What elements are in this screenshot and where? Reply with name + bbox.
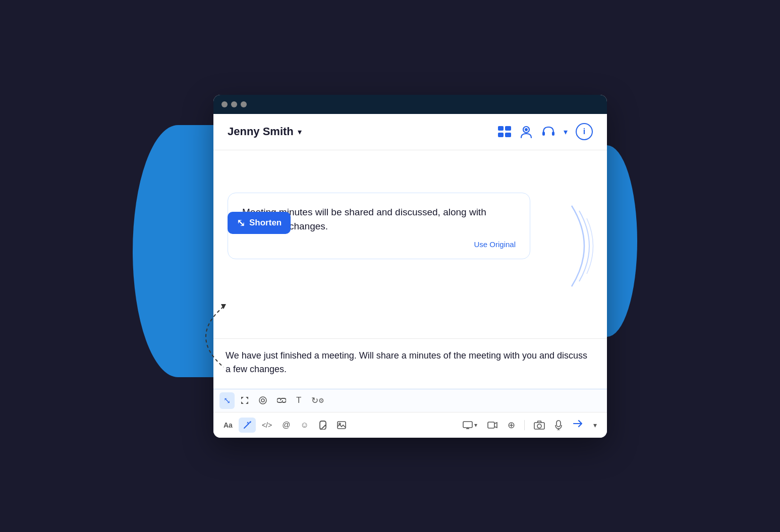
svg-rect-18 [488,422,494,428]
shorten-button[interactable]: ⤡ Shorten [228,212,291,234]
svg-rect-21 [556,421,561,427]
chat-body: ⤡ Shorten Meeting minutes will be shared… [213,150,607,338]
message-container: ⤡ Shorten Meeting minutes will be shared… [228,193,593,259]
image-btn[interactable] [333,418,350,432]
header-icons: ▾ i [498,123,593,140]
expand-icon-btn[interactable] [237,393,253,407]
badge-icon-btn[interactable] [255,393,271,407]
traffic-lights [221,101,247,107]
svg-point-20 [537,424,541,428]
use-original-link[interactable]: Use Original [242,240,516,249]
info-icon[interactable]: i [576,123,593,140]
camera-btn[interactable] [530,418,549,433]
svg-rect-8 [552,132,554,136]
svg-rect-1 [498,126,504,131]
send-btn[interactable] [568,417,587,434]
compress-icon-btn[interactable]: ⤡ [219,392,235,409]
svg-rect-4 [505,133,511,137]
traffic-light-minimize [231,101,237,107]
headset-chevron-icon[interactable]: ▾ [564,127,568,137]
video-btn[interactable] [483,418,502,432]
mention-btn[interactable]: @ [278,418,294,433]
headset-icon-btn[interactable] [541,125,555,138]
svg-point-9 [259,397,266,404]
svg-rect-3 [498,133,504,137]
send-dropdown-btn[interactable]: ▾ [589,418,601,432]
chevron-down-icon[interactable]: ▾ [298,127,302,137]
svg-rect-15 [463,422,472,428]
contact-name: Jenny Smith [228,125,294,138]
shorten-label: Shorten [249,218,282,228]
traffic-light-close [221,101,228,107]
traffic-light-maximize [241,101,247,107]
header-left: Jenny Smith ▾ [228,125,302,138]
screen-share-btn[interactable]: ▾ [459,418,481,432]
compose-text[interactable]: We have just finished a meeting. Will sh… [213,339,607,389]
chat-header: Jenny Smith ▾ [213,114,607,150]
svg-rect-7 [542,132,545,136]
svg-point-12 [249,421,251,423]
font-size-btn[interactable]: Aa [219,418,237,432]
ai-wand-btn[interactable] [239,418,256,433]
toolbar-divider [524,420,525,430]
mic-btn[interactable] [551,417,566,433]
text-format-icon-btn[interactable]: T [292,392,305,408]
link-icon-btn[interactable] [273,394,290,406]
attach-btn[interactable] [315,418,331,433]
svg-point-10 [261,399,264,402]
add-btn[interactable]: ⊕ [504,417,519,434]
shorten-compress-icon: ⤡ [237,217,245,229]
chat-window: Jenny Smith ▾ [213,95,607,438]
svg-rect-2 [505,126,511,131]
code-btn[interactable]: </> [258,418,276,432]
refresh-settings-icon-btn[interactable]: ↻⚙ [307,392,328,409]
svg-line-11 [244,424,249,428]
svg-point-6 [525,128,528,131]
arc-right-decoration [567,196,602,299]
emoji-btn[interactable]: ☺ [296,418,312,433]
dashed-arc-decoration [183,302,234,374]
compose-area: We have just finished a meeting. Will sh… [213,338,607,438]
ai-toolbar: ⤡ T [213,389,607,412]
title-bar [213,95,607,114]
agent-icon-btn[interactable] [519,125,533,139]
list-icon-btn[interactable] [498,126,511,137]
main-toolbar: Aa </> @ ☺ [213,412,607,438]
